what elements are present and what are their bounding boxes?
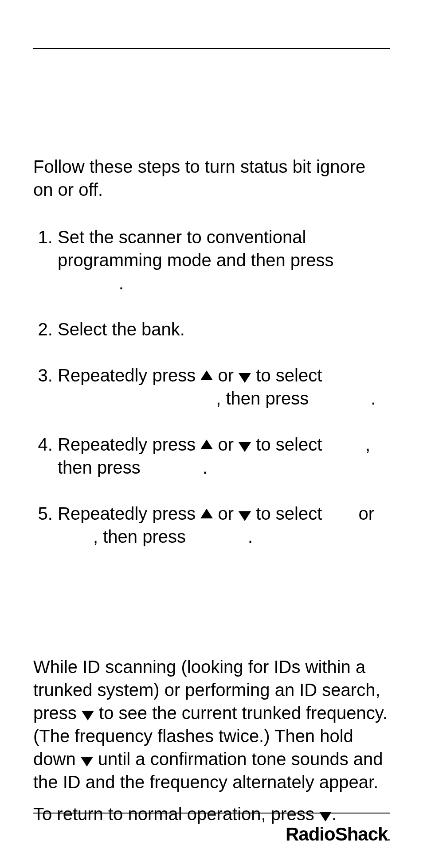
brand-text: RadioShack xyxy=(286,824,388,845)
triangle-up-icon xyxy=(200,509,213,518)
text: or xyxy=(213,435,239,454)
step-1: Set the scanner to conventional programm… xyxy=(58,226,390,295)
text: Repeatedly press xyxy=(58,435,200,454)
page-number: 57 xyxy=(373,27,388,42)
step-4: Repeatedly press or to select S-Bit, the… xyxy=(58,433,390,479)
text: Repeatedly press xyxy=(58,504,200,523)
trunk-button-label: TRUNK xyxy=(58,273,119,293)
brand-dot: . xyxy=(388,833,390,842)
text: . xyxy=(332,804,337,824)
moto-label: Motorola Type2/P25 xyxy=(58,389,216,408)
triangle-down-icon xyxy=(239,442,251,452)
top-divider xyxy=(33,48,390,49)
steps-list: Set the scanner to conventional programm… xyxy=(33,226,390,548)
text: Repeatedly press xyxy=(58,366,200,385)
sbit-label: S-Bit xyxy=(327,435,365,454)
text: . xyxy=(119,273,124,293)
bottom-divider xyxy=(33,813,390,814)
text: . xyxy=(248,527,253,546)
step-3: Repeatedly press or to select Motorola T… xyxy=(58,364,390,410)
text: Select the bank. xyxy=(58,319,185,339)
triangle-down-icon xyxy=(82,711,94,720)
triangle-up-icon xyxy=(200,440,213,449)
step-5: Repeatedly press or to select ON or OFF,… xyxy=(58,502,390,548)
text: To return to normal operation, press xyxy=(33,804,319,824)
text: or xyxy=(213,366,239,385)
body-paragraph-2: To return to normal operation, press . xyxy=(33,802,390,825)
document-page: 57 Follow these steps to turn status bit… xyxy=(0,0,423,868)
text: until a confirmation tone sounds and the… xyxy=(33,749,383,792)
triangle-down-icon xyxy=(81,757,93,767)
off-label: OFF xyxy=(58,527,93,546)
intro-paragraph: Follow these steps to turn status bit ig… xyxy=(33,155,390,201)
epgm-button-label: E/PGM xyxy=(191,527,248,546)
triangle-down-icon xyxy=(239,373,251,383)
text: to select xyxy=(251,366,322,385)
on-label: ON xyxy=(327,504,353,523)
body-paragraph-1: While ID scanning (looking for IDs withi… xyxy=(33,655,390,794)
triangle-up-icon xyxy=(200,370,213,380)
text: . xyxy=(371,389,376,408)
step-2: Select the bank. xyxy=(58,318,390,341)
epgm-button-label: E/PGM xyxy=(145,458,203,477)
epgm-button-label: E/PGM xyxy=(313,389,371,408)
text: . xyxy=(203,458,208,477)
text: to select xyxy=(251,435,327,454)
text: or xyxy=(213,504,239,523)
text: , then press xyxy=(216,389,313,408)
section-heading: Identifying a Trunked Frequency xyxy=(33,612,390,635)
text: or xyxy=(353,504,374,523)
text: Set the scanner to conventional programm… xyxy=(58,227,334,270)
text: , then press xyxy=(93,527,191,546)
triangle-down-icon xyxy=(239,511,251,521)
brand-logo: RadioShack. xyxy=(286,824,390,845)
text: to select xyxy=(251,504,327,523)
